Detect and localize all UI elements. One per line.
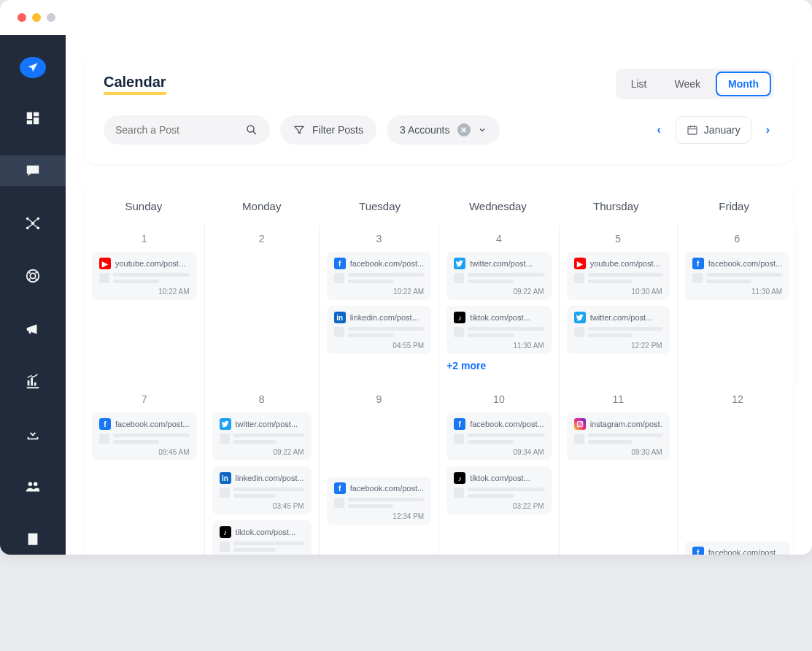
post-time: 09:30 AM [574,448,662,456]
nav-calendar[interactable] [0,155,66,186]
prev-month-button[interactable]: ‹ [653,119,665,141]
search-icon [245,123,258,136]
nav-target[interactable] [0,261,66,291]
post-card[interactable]: f facebook.com/post... 09:45 AM [92,412,197,461]
post-url: tiktok.com/post... [236,528,304,536]
post-card[interactable]: twitter.com/post... 09:22 AM [212,412,312,461]
megaphone-icon [25,321,41,337]
post-thumbnail [220,488,230,498]
date-number: 8 [212,393,312,405]
post-time: 10:22 AM [334,288,425,296]
post-card[interactable]: twitter.com/post... 09:22 AM [446,252,552,300]
date-number: 5 [567,233,670,244]
post-card[interactable]: ♪ tiktok.com/post... 11:30 AM [446,306,552,354]
post-url: instagram.com/post. [590,420,662,428]
svg-rect-10 [688,126,697,134]
date-number: 3 [327,233,432,244]
svg-point-9 [247,126,254,132]
lifebuoy-icon [25,268,41,284]
people-icon [25,479,41,495]
nav-inbox[interactable] [0,419,66,450]
post-url: twitter.com/post... [236,420,304,428]
svg-point-13 [581,422,582,423]
post-url: youtube.com/post... [590,259,662,268]
post-thumbnail [334,273,344,283]
minimize-window-button[interactable] [32,13,41,22]
nav-billing[interactable] [0,524,66,555]
calendar-cell: 12 f facebook.com/post... 06:30 PM [678,386,798,555]
calendar-grid-card: Sunday Monday Tuesday Wednesday Thursday… [85,180,793,555]
post-card[interactable]: ♪ tiktok.com/post... 06:34 Pm [212,520,312,555]
facebook-icon: f [692,547,704,555]
post-thumbnail [220,542,230,552]
post-url: twitter.com/post... [470,259,544,268]
facebook-icon: f [454,418,465,430]
main-content: Calendar List Week Month Filter Posts [66,35,812,555]
app-logo[interactable] [20,57,46,78]
post-thumbnail [334,498,344,508]
youtube-icon: ▶ [574,258,586,269]
month-label: January [704,124,741,136]
maximize-window-button[interactable] [47,13,55,22]
facebook-icon: f [692,258,704,269]
post-card[interactable]: twitter.com/post... 12:22 PM [567,306,670,354]
day-header-wednesday: Wednesday [438,187,557,226]
view-month-button[interactable]: Month [716,72,771,96]
close-window-button[interactable] [18,13,26,22]
post-thumbnail [574,434,584,444]
day-header-tuesday: Tuesday [321,187,439,226]
post-card[interactable]: ▶ youtube.com/post... 10:22 AM [92,252,197,300]
day-header-friday: Friday [675,187,793,226]
post-card[interactable]: f facebook.com/post... 12:34 PM [327,477,432,525]
svg-point-6 [30,274,35,279]
date-number: 10 [446,393,552,405]
view-list-button[interactable]: List [619,72,660,96]
clear-accounts-icon[interactable]: ✕ [457,123,471,136]
post-card[interactable]: f facebook.com/post... 11:30 AM [685,252,790,300]
nav-team[interactable] [0,471,66,502]
instagram-icon [574,418,586,430]
view-week-button[interactable]: Week [662,72,713,96]
day-header-sunday: Sunday [85,187,203,226]
date-number: 11 [567,393,670,405]
post-url: linkedin.com/post... [236,474,304,482]
post-thumbnail [574,327,584,337]
calendar-cell: 10 f facebook.com/post... 09:34 AM ♪ tik… [439,386,560,555]
day-header-row: Sunday Monday Tuesday Wednesday Thursday… [85,187,793,226]
date-number: 2 [212,233,312,244]
post-card[interactable]: in linkedin.com/post... 03:45 PM [212,466,312,515]
tiktok-icon: ♪ [220,526,231,538]
accounts-label: 3 Accounts [400,124,450,136]
post-url: tiktok.com/post... [470,474,544,482]
post-time: 11:30 AM [454,342,544,350]
post-card[interactable]: instagram.com/post. 09:30 AM [567,412,670,461]
post-time: 12:34 PM [334,512,425,520]
post-card[interactable]: f facebook.com/post... 10:22 AM [327,252,432,300]
post-url: facebook.com/post... [470,420,544,428]
chevron-down-icon [478,126,487,134]
nav-network[interactable] [0,208,66,239]
nav-analytics[interactable] [0,366,66,397]
month-select[interactable]: January [676,116,751,144]
post-time: 04:55 PM [334,342,425,350]
search-input-wrap[interactable] [104,115,270,145]
post-card[interactable]: f facebook.com/post... 06:30 PM [685,541,791,555]
filter-label: Filter Posts [312,124,363,136]
post-card[interactable]: f facebook.com/post... 09:34 AM [446,412,552,461]
nav-dashboard[interactable] [0,103,66,134]
post-time: 09:22 AM [220,448,304,456]
post-thumbnail [454,327,464,337]
facebook-icon: f [334,258,346,269]
post-card[interactable]: ▶ youtube.com/post... 10:30 AM [567,252,670,300]
accounts-selector[interactable]: 3 Accounts ✕ [387,115,500,145]
post-card[interactable]: in linkedin.com/post... 04:55 PM [327,306,432,354]
post-thumbnail [99,434,109,444]
youtube-icon: ▶ [99,258,111,269]
more-posts-link[interactable]: +2 more [446,360,552,371]
filter-button[interactable]: Filter Posts [280,115,376,145]
next-month-button[interactable]: › [762,119,774,141]
nav-campaigns[interactable] [0,314,66,344]
calendar-cell: 2 [205,226,320,386]
search-input[interactable] [115,124,232,136]
post-card[interactable]: ♪ tiktok.com/post... 03:22 PM [446,466,552,515]
